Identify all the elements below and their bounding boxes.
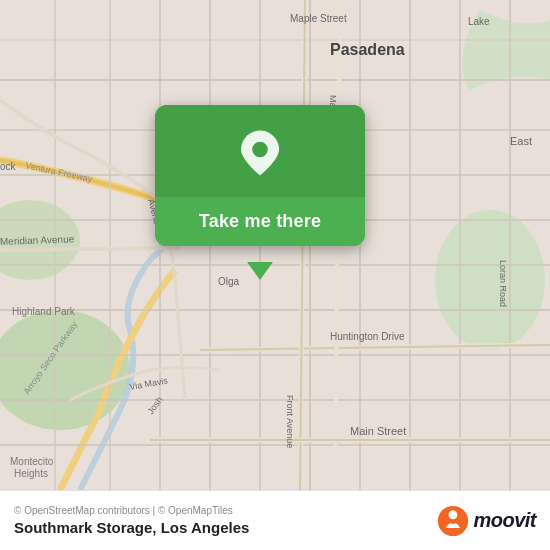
moovit-brand-text: moovit	[473, 509, 536, 532]
svg-text:Pasadena: Pasadena	[330, 41, 405, 58]
svg-text:Lake: Lake	[468, 16, 490, 27]
bottom-left: © OpenStreetMap contributors | © OpenMap…	[14, 505, 249, 536]
take-me-there-button[interactable]: Take me there	[155, 197, 365, 246]
svg-text:Montecito: Montecito	[10, 456, 54, 467]
moovit-logo: moovit	[437, 505, 536, 537]
svg-text:Main Street: Main Street	[350, 425, 406, 437]
svg-text:East: East	[510, 135, 532, 147]
svg-text:ock: ock	[0, 161, 17, 172]
moovit-brand-icon	[437, 505, 469, 537]
svg-point-54	[449, 510, 458, 519]
popup-icon-area	[155, 105, 365, 197]
map-container[interactable]: Pasadena Maple Street Meridian Avenue Av…	[0, 0, 550, 490]
svg-text:Huntington Drive: Huntington Drive	[330, 331, 405, 342]
bottom-bar: © OpenStreetMap contributors | © OpenMap…	[0, 490, 550, 550]
svg-text:Heights: Heights	[14, 468, 48, 479]
popup-card: Take me there	[155, 105, 365, 246]
svg-text:Front Avenue: Front Avenue	[285, 395, 295, 448]
location-pin-icon	[234, 127, 286, 179]
svg-text:Maple Street: Maple Street	[290, 13, 347, 24]
svg-point-52	[252, 142, 268, 158]
svg-text:Highland Park: Highland Park	[12, 306, 76, 317]
svg-point-1	[435, 210, 545, 350]
svg-line-31	[0, 248, 180, 250]
svg-text:Loran Road: Loran Road	[498, 260, 508, 307]
location-name: Southmark Storage, Los Angeles	[14, 519, 249, 536]
popup-pointer	[247, 262, 273, 280]
svg-text:Olga: Olga	[218, 276, 240, 287]
attribution-text: © OpenStreetMap contributors | © OpenMap…	[14, 505, 249, 516]
